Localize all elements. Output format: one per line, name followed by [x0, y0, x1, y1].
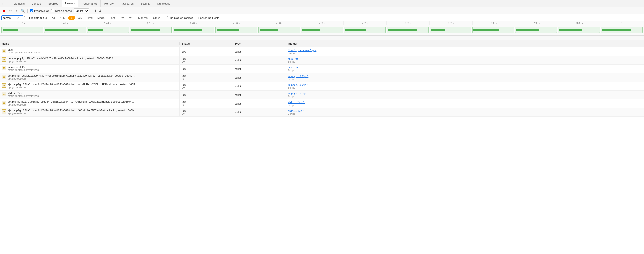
tab-sources[interactable]: Sources — [45, 0, 62, 7]
timeline-tick-1: 1.41 s — [43, 21, 86, 24]
initiator-link-4[interactable]: fullpage.9.0.2.js:1 — [288, 83, 642, 86]
hide-data-urls-checkbox[interactable] — [24, 16, 27, 19]
status-text-7: OK — [182, 112, 230, 115]
timeline-bar-14 — [601, 26, 642, 33]
js-file-icon-3: JS — [2, 75, 6, 79]
table-row[interactable]: JS gettype.php?gt=25ba81caec944f8d74c98b… — [0, 56, 644, 65]
cell-status-4: 200 OK — [180, 82, 233, 90]
clear-search-icon[interactable]: ✕ — [17, 16, 20, 19]
cell-type-1: script — [233, 56, 286, 64]
has-blocked-cookies-checkbox[interactable] — [165, 16, 168, 19]
timeline-bar-4 — [173, 26, 214, 33]
file-name-0: gt.js — [8, 48, 42, 51]
tab-lighthouse[interactable]: Lighthouse — [154, 0, 174, 7]
filter-manifest-button[interactable]: Manifest — [136, 16, 150, 20]
cell-initiator-3: fullpage.9.0.2.js:1 Script — [286, 73, 644, 82]
filter-other-button[interactable]: Other — [151, 16, 162, 20]
header-status: Status — [180, 42, 233, 45]
throttle-select[interactable]: Online — [74, 8, 89, 13]
filter-doc-button[interactable]: Doc — [118, 16, 126, 20]
table-row[interactable]: JS get.php?gt=25ba81caec944f8d74c98befd8… — [0, 73, 644, 82]
initiator-link-2[interactable]: gt.js:149 — [288, 66, 642, 69]
status-text-6: OK — [182, 104, 230, 106]
tab-elements[interactable]: Elements — [10, 0, 28, 7]
filter-js-button[interactable]: JS — [68, 16, 75, 20]
preserve-log-checkbox[interactable] — [30, 9, 33, 12]
js-file-icon-7: JS — [2, 109, 6, 114]
timeline-tick-7: 2.90 s — [300, 21, 344, 24]
status-code-1: 200 — [182, 57, 230, 60]
initiator-link-5[interactable]: fullpage.9.0.2.js:1 — [288, 92, 642, 95]
initiator-link-6[interactable]: slide.7.7.5.js:1 — [288, 101, 642, 104]
cursor-icon[interactable]: ⬚ — [2, 2, 5, 5]
status-code-4: 200 — [182, 83, 230, 86]
filter-ws-button[interactable]: WS — [127, 16, 135, 20]
has-blocked-cookies-label[interactable]: Has blocked cookies — [165, 16, 193, 19]
disable-cache-checkbox[interactable] — [51, 9, 54, 12]
status-code-7: 200 — [182, 109, 230, 112]
search-input[interactable] — [3, 16, 17, 19]
tab-performance[interactable]: Performance — [78, 0, 100, 7]
tab-network[interactable]: Network — [62, 0, 78, 7]
header-initiator: Initiator — [286, 42, 644, 45]
upload-icon[interactable]: ⬆ — [94, 9, 97, 13]
timeline-bar-12 — [515, 26, 557, 33]
table-row[interactable]: JS get.php?is_next=true&type=slide3>=25b… — [0, 99, 644, 108]
status-text-3: OK — [182, 78, 230, 80]
tab-application[interactable]: Application — [117, 0, 137, 7]
filter-toggle-button[interactable]: ▾ — [14, 9, 19, 13]
blocked-requests-checkbox[interactable] — [194, 16, 197, 19]
cell-name-1: JS gettype.php?gt=25ba81caec944f8d74c98b… — [0, 56, 180, 64]
clear-button[interactable]: ⊘ — [8, 9, 12, 13]
file-name-5: slide.7.7.5.js — [8, 92, 38, 94]
initiator-link-7[interactable]: slide.7.7.5.js:1 — [288, 109, 642, 112]
file-name-2: fullpage.9.0.2.js — [8, 65, 38, 68]
tab-memory[interactable]: Memory — [100, 0, 117, 7]
table-row[interactable]: JS fullpage.9.0.2.js static.geetest.com/… — [0, 65, 644, 73]
cell-type-5: script — [233, 91, 286, 99]
disable-cache-label[interactable]: Disable cache — [51, 9, 72, 12]
js-file-icon-2: JS — [2, 66, 6, 70]
filter-media-button[interactable]: Media — [96, 16, 106, 20]
header-name: Name — [0, 42, 180, 45]
js-file-icon-6: JS — [2, 101, 6, 105]
table-row[interactable]: JS ajax.php?gt=25ba81caec944f8d74c98befd… — [0, 82, 644, 91]
table-row[interactable]: JS slide.7.7.5.js static.geetest.com/sta… — [0, 91, 644, 99]
filter-all-button[interactable]: All — [50, 16, 57, 20]
file-url-2: static.geetest.com/static/js — [8, 68, 38, 71]
filter-img-button[interactable]: Img — [86, 16, 94, 20]
network-table: Name Status Type Initiator JS gt.js stat… — [0, 36, 644, 247]
initiator-link-3[interactable]: fullpage.9.0.2.js:1 — [288, 75, 642, 78]
tab-console[interactable]: Console — [28, 0, 45, 7]
box-icon[interactable]: □ — [6, 2, 8, 5]
tab-security[interactable]: Security — [137, 0, 154, 7]
filter-font-button[interactable]: Font — [108, 16, 117, 20]
download-icon[interactable]: ⬇ — [99, 9, 102, 13]
cell-name-2: JS fullpage.9.0.2.js static.geetest.com/… — [0, 65, 180, 73]
filter-css-button[interactable]: CSS — [76, 16, 86, 20]
filter-separator-2 — [163, 16, 163, 20]
timeline-tick-8: 2.91 s — [344, 21, 386, 24]
filter-xhr-button[interactable]: XHR — [58, 16, 67, 20]
table-row[interactable]: JS ajax.php?gt=25ba81caec944f8d74c98befd… — [0, 108, 644, 117]
blocked-requests-label[interactable]: Blocked Requests — [194, 16, 219, 19]
cell-name-3: JS get.php?gt=25ba81caec944f8d74c98befd8… — [0, 73, 180, 82]
timeline-tick-11: 2.96 s — [472, 21, 515, 24]
cell-initiator-6: slide.7.7.5.js:1 Script — [286, 99, 644, 108]
stop-recording-button[interactable]: ⏺ — [2, 9, 6, 13]
timeline-bar-10 — [430, 26, 471, 33]
js-file-icon-0: JS — [2, 49, 6, 53]
type-text-4: script — [235, 85, 241, 88]
cell-status-7: 200 OK — [180, 108, 233, 116]
initiator-type-7: Script — [288, 112, 642, 115]
initiator-link-0[interactable]: NonRegistrations-Regist — [288, 49, 642, 51]
timeline-bar-5 — [216, 26, 257, 33]
preserve-log-label[interactable]: Preserve log — [30, 9, 49, 12]
initiator-link-1[interactable]: gt.js:149 — [288, 57, 642, 60]
hide-data-urls-label[interactable]: Hide data URLs — [24, 16, 47, 19]
table-row[interactable]: JS gt.js static.geetest.com/static/tools… — [0, 47, 644, 56]
cell-name-0: JS gt.js static.geetest.com/static/tools — [0, 47, 180, 56]
search-button[interactable]: 🔍 — [21, 9, 25, 13]
type-text-7: script — [235, 111, 241, 114]
timeline: 1.12 s1.41 s1.44 s2.11 s2.20 s2.86 s2.88… — [0, 21, 644, 36]
